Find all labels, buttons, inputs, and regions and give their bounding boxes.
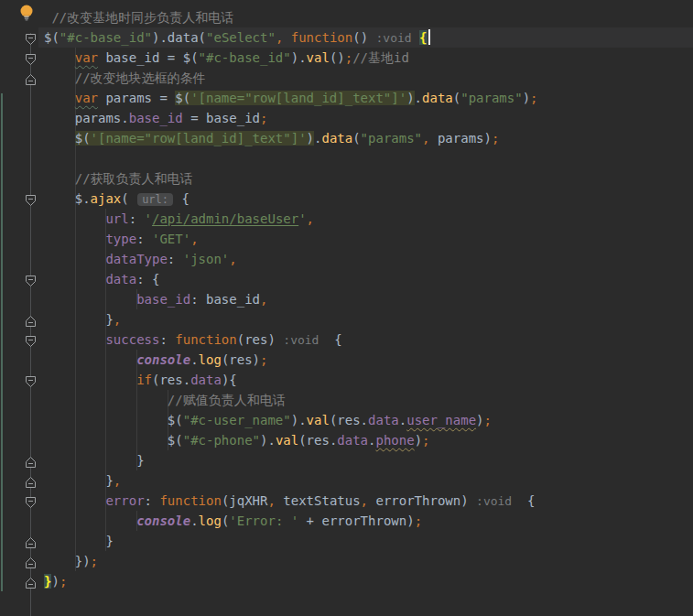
code-token: textStatus <box>276 493 361 508</box>
code-token: '[name="row[land_id]_text"]' <box>190 91 406 105</box>
code-line[interactable]: success: function(res) :void { <box>0 330 693 350</box>
code-token: function <box>175 332 236 347</box>
fold-marker-down-icon[interactable] <box>25 373 37 386</box>
vcs-change-bar[interactable] <box>1 93 3 591</box>
code-token: ajax <box>91 191 122 206</box>
code-line[interactable]: //赋值负责人和电话 <box>0 390 693 410</box>
code-token: "#c-base_id" <box>199 50 291 65</box>
code-line[interactable]: type: 'GET', <box>0 229 693 249</box>
code-token: } <box>105 473 113 488</box>
code-token: ( <box>352 131 360 146</box>
code-token: ). <box>291 50 307 65</box>
code-token: /api/admin/baseUser <box>152 211 298 226</box>
code-token: . <box>190 352 198 367</box>
code-token: ) <box>307 131 314 146</box>
fold-marker-up-icon[interactable] <box>25 474 37 487</box>
code-token: : <box>136 232 152 246</box>
fold-marker-down-icon[interactable] <box>25 51 37 64</box>
code-token: //赋值负责人和电话 <box>168 393 286 407</box>
fold-marker-up-icon[interactable] <box>25 535 37 547</box>
code-token: ) <box>406 91 414 105</box>
code-line[interactable]: //获取负责人和电话 <box>0 168 693 189</box>
inline-param-hint: url: <box>137 193 173 206</box>
code-token: }) <box>75 554 91 568</box>
code-token: : <box>145 493 160 508</box>
fold-marker-up-icon[interactable] <box>25 71 37 84</box>
code-token: ; <box>492 131 499 146</box>
code-token: ) <box>415 433 422 448</box>
code-line[interactable]: }); <box>0 571 693 591</box>
code-line[interactable]: console.log(res); <box>0 350 693 370</box>
code-line[interactable]: //改变地块选框的条件 <box>0 68 693 88</box>
code-token: , <box>114 312 121 327</box>
fold-marker-down-icon[interactable] <box>25 494 37 507</box>
code-token: errorThrown) <box>368 493 476 508</box>
fold-marker-up-icon[interactable] <box>25 555 37 567</box>
code-line[interactable]: $('[name="row[land_id]_text"]').data("pa… <box>0 128 693 148</box>
code-line[interactable]: data: { <box>0 269 693 289</box>
code-token: data <box>368 413 399 427</box>
code-token: if <box>136 373 152 387</box>
code-line[interactable]: error: function(jqXHR, textStatus, error… <box>0 491 693 511</box>
code-token: 'GET' <box>152 232 190 246</box>
code-token: :void <box>476 494 512 508</box>
fold-marker-down-icon[interactable] <box>25 31 37 44</box>
code-token: dataType <box>105 252 167 266</box>
code-token: ' <box>298 211 306 226</box>
fold-marker-up-icon[interactable] <box>25 575 37 588</box>
code-line[interactable]: base_id: base_id, <box>0 289 693 309</box>
code-token: ) <box>523 91 530 105</box>
code-token: val <box>307 413 330 427</box>
code-token: var <box>75 50 98 65</box>
code-line[interactable]: } <box>0 450 693 470</box>
code-token: : { <box>136 272 159 286</box>
code-token: $( <box>175 91 190 105</box>
code-line[interactable]: $("#c-base_id").data("eSelect", function… <box>0 27 693 48</box>
code-token: ) <box>476 413 483 427</box>
code-token: console <box>136 513 190 528</box>
code-token: url <box>105 211 128 226</box>
code-line[interactable]: var base_id = $("#c-base_id").val();//基地… <box>0 48 693 68</box>
code-token: } <box>105 312 113 327</box>
code-token: . <box>399 413 406 427</box>
intention-bulb-icon[interactable] <box>18 4 35 22</box>
code-token: base_id = $( <box>98 50 199 65</box>
code-token: = base_id <box>183 111 260 125</box>
code-token: params) <box>429 131 491 146</box>
code-line[interactable]: dataType: 'json', <box>0 249 693 269</box>
fold-marker-up-icon[interactable] <box>25 313 37 326</box>
code-token: (jqXHR <box>222 493 268 508</box>
code-token: (res. <box>152 373 190 387</box>
code-line[interactable]: console.log('Error: ' + errorThrown); <box>0 511 693 531</box>
code-token: (res. <box>298 433 337 448</box>
fold-marker-down-icon[interactable] <box>25 192 37 205</box>
code-token: function <box>291 30 352 45</box>
code-line[interactable]: //改变基地时同步负责人和电话 <box>0 7 693 27</box>
code-line[interactable]: }, <box>0 470 693 491</box>
code-line[interactable]: $.ajax( url: { <box>0 189 693 209</box>
fold-marker-down-icon[interactable] <box>25 333 37 346</box>
code-line[interactable] <box>0 148 693 168</box>
code-line[interactable]: url: '/api/admin/baseUser', <box>0 209 693 229</box>
code-token: "params" <box>460 91 522 105</box>
code-token: params = <box>98 91 175 105</box>
fold-marker-down-icon[interactable] <box>25 273 37 286</box>
code-token: console <box>136 352 190 367</box>
code-line[interactable]: $("#c-phone").val(res.data.phone); <box>0 430 693 450</box>
code-line[interactable]: }); <box>0 551 693 571</box>
code-area[interactable]: //改变基地时同步负责人和电话$("#c-base_id").data("eSe… <box>0 7 693 591</box>
text-caret <box>428 29 430 45</box>
code-token: } <box>136 453 144 468</box>
code-line[interactable]: var params = $('[name="row[land_id]_text… <box>0 88 693 108</box>
code-line[interactable]: $("#c-user_name").val(res.data.user_name… <box>0 410 693 430</box>
code-token: + errorThrown) <box>298 513 414 528</box>
code-line[interactable]: if(res.data){ <box>0 370 693 390</box>
fold-marker-up-icon[interactable] <box>25 454 37 467</box>
code-line[interactable]: } <box>0 531 693 551</box>
code-line[interactable]: params.base_id = base_id; <box>0 108 693 128</box>
code-line[interactable]: }, <box>0 309 693 330</box>
code-token: phone <box>375 433 414 448</box>
code-token: data <box>321 131 352 146</box>
code-token: { <box>512 493 535 508</box>
code-token: log <box>199 352 222 367</box>
